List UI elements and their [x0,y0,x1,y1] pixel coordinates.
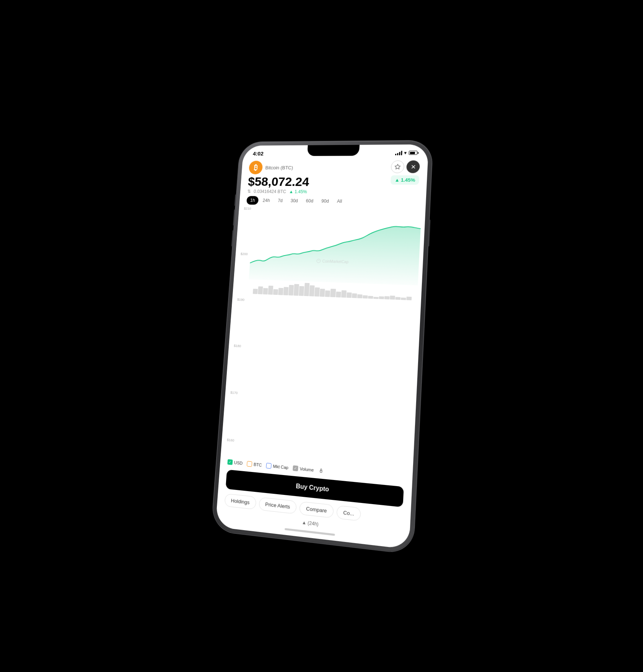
status-icons: ▾ [395,150,417,156]
signal-icon [395,150,402,155]
vol-bar [330,288,335,297]
compare-chip[interactable]: Compare [299,501,334,518]
vol-bar [299,286,304,296]
vol-bar [309,285,315,296]
btc-amount: 0.03416424 BTC [253,189,286,194]
chart-container: $210 $200 $190 $180 $170 $160 [220,207,425,474]
legend-usd[interactable]: ✓ USD [227,459,243,466]
bitcoin-icon: ₿ [248,161,263,174]
candlestick-icon[interactable]: 🕯 [318,467,324,474]
coin-btc-price: ⇅ 0.03416424 BTC ▲ 1.45% [247,189,309,194]
vol-bar [273,289,278,295]
chart-svg-wrapper: CoinMarketCap [249,207,422,286]
legend-check-usd: ✓ [227,459,233,465]
badge-pct: 1.45% [400,177,415,183]
time-btn-30d[interactable]: 30d [287,196,302,205]
time-selector: 1h 24h 7d 30d 60d 90d All [239,194,426,209]
silent-button [234,194,236,206]
app-screen: 4:02 ▾ [215,144,429,549]
btc-symbol: ₿ [254,163,258,171]
vol-bar [257,286,263,295]
legend-label-mktcap: Mkt Cap [273,464,288,470]
price-alerts-chip[interactable]: Price Alerts [258,497,297,514]
volume-up-button [233,209,235,225]
home-indicator [215,517,409,549]
battery-icon [409,151,417,155]
legend-check-volume: ✓ [293,465,298,471]
notch [307,145,359,156]
change-pct-small: ▲ 1.45% [289,189,307,194]
close-button[interactable]: ✕ [406,160,420,173]
signal-bar-1 [395,153,396,155]
chart-label-170: $170 [230,391,238,395]
legend-label-volume: Volume [300,466,314,472]
favorite-button[interactable] [391,160,404,173]
legend-check-mktcap [266,463,272,469]
vol-bar [379,296,384,299]
legend-check-btc [247,461,252,467]
chart-label-180: $180 [234,343,241,348]
vol-bar [288,285,294,296]
vol-bar [263,288,268,294]
coin-info: ₿ Bitcoin (BTC) $58,072.24 ⇅ 0.03416424 … [247,161,311,194]
coin-price: $58,072.24 [247,175,309,189]
phone-device: 4:02 ▾ [211,140,433,554]
volume-down-button [231,230,234,246]
time-btn-60d[interactable]: 60d [302,197,317,205]
power-button [428,220,431,246]
coin-name: Bitcoin (BTC) [265,164,293,170]
holdings-chip[interactable]: Holdings [224,493,256,509]
vol-bar [362,295,368,298]
legend-volume[interactable]: ✓ Volume [293,465,314,473]
svg-marker-0 [395,164,400,169]
vol-bar [346,292,352,298]
home-bar [285,528,335,535]
vol-bar [268,285,273,295]
vol-bar [278,288,283,295]
vol-bar [314,287,320,297]
signal-bar-4 [401,150,402,155]
bottom-label-text: ▲ (24h) [301,519,319,527]
vol-bar [352,293,357,298]
time-btn-7d[interactable]: 7d [274,196,287,205]
more-chip[interactable]: Co... [336,505,361,521]
battery-fill [410,151,415,154]
chart-label-210: $210 [244,207,251,210]
vol-bar [304,283,309,296]
vol-bar [283,286,288,295]
price-chart [249,207,422,286]
phone-frame: 4:02 ▾ [211,140,433,554]
vol-bar [293,284,299,296]
coin-icon-row: ₿ Bitcoin (BTC) [248,161,310,174]
vol-bar [389,295,395,299]
time-btn-all[interactable]: All [333,197,346,205]
vol-bar [368,296,373,299]
legend-label-usd: USD [234,460,243,465]
vol-bar [395,297,400,300]
signal-bar-3 [399,151,400,155]
watermark-text: CoinMarketCap [322,259,348,264]
time-btn-1h[interactable]: 1h [246,196,259,205]
time-btn-24h[interactable]: 24h [259,196,273,205]
chart-y-labels: $210 $200 $190 $180 $170 $160 [226,207,251,442]
vol-bar [357,294,362,298]
chart-watermark: CoinMarketCap [316,259,348,264]
signal-bar-2 [397,153,398,155]
vol-bar [325,290,330,297]
legend-mktcap[interactable]: Mkt Cap [266,463,288,470]
vol-bar [384,296,389,299]
status-time: 4:02 [252,150,264,156]
vol-bar [252,289,257,294]
bottom-label: ▲ (24h) [216,507,410,539]
legend-btc[interactable]: BTC [247,461,262,468]
volume-bars [252,281,412,300]
phone-screen: 4:02 ▾ [215,144,429,549]
watermark-icon [316,259,321,263]
app-content: ₿ Bitcoin (BTC) $58,072.24 ⇅ 0.03416424 … [216,157,428,539]
change-badge: ▲ 1.45% [391,175,419,185]
chart-fill [249,224,421,285]
vol-bar [341,290,346,298]
time-btn-90d[interactable]: 90d [317,197,332,205]
buy-crypto-button[interactable]: Buy Crypto [225,469,404,507]
vol-bar [400,298,406,300]
